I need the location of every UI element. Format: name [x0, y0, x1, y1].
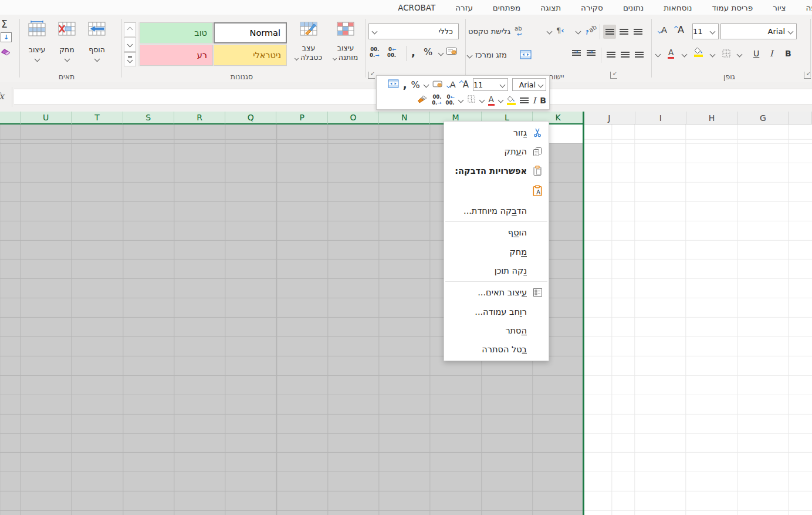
borders-button[interactable]	[722, 49, 731, 60]
column-header-N[interactable]: N	[379, 112, 430, 124]
top-align-button[interactable]	[631, 25, 644, 39]
orientation-icon[interactable]: ab↗	[583, 23, 598, 38]
column-header-S[interactable]: S	[123, 112, 174, 124]
fill-color-button[interactable]	[694, 47, 703, 57]
gallery-scroll-up-button[interactable]	[124, 22, 136, 36]
insert-cells-button[interactable]: הוסף	[82, 20, 112, 70]
mini-grow-font-button[interactable]: A	[460, 79, 469, 90]
grow-font-button[interactable]: A	[675, 24, 684, 35]
delete-cells-button[interactable]: מחק	[52, 20, 82, 70]
context-menu-item-format-cells[interactable]: עיצוב תאים...	[444, 283, 549, 302]
mini-increase-decimal-button[interactable]: ←0.00	[445, 95, 454, 106]
align-left-button[interactable]	[632, 48, 645, 62]
column-header-I[interactable]: I	[635, 112, 686, 124]
mini-font-size-combobox[interactable]: 11	[473, 78, 508, 91]
mini-merge-center-icon[interactable]	[388, 79, 399, 90]
chevron-down-icon[interactable]	[458, 97, 463, 103]
shrink-font-button[interactable]: A	[658, 25, 667, 35]
mini-borders-button[interactable]	[467, 95, 476, 106]
column-header-R[interactable]: R	[174, 112, 225, 124]
align-center-button[interactable]	[618, 48, 631, 62]
font-size-combobox[interactable]: 11	[692, 23, 719, 39]
chevron-down-icon[interactable]	[576, 29, 581, 35]
column-header-U[interactable]: U	[21, 112, 72, 124]
mini-italic-button[interactable]: I	[533, 96, 536, 105]
context-menu-item-unhide[interactable]: בטל הסתרה	[444, 340, 549, 359]
format-cells-button[interactable]: עיצוב	[22, 20, 52, 70]
tab-developer[interactable]: מפתחים	[483, 3, 530, 12]
context-menu-item-copy[interactable]: העתק	[444, 142, 549, 161]
context-menu-item-clear-contents[interactable]: נקה תוכן	[444, 261, 549, 280]
context-menu-item-insert[interactable]: הוסף	[444, 223, 549, 242]
tab-formulas[interactable]: נוסחאות	[654, 3, 702, 12]
chevron-down-icon[interactable]	[710, 52, 716, 58]
text-direction-icon[interactable]: ›¶	[556, 26, 564, 35]
decrease-decimal-button[interactable]: .00→.0	[370, 47, 379, 59]
chevron-down-icon[interactable]	[479, 97, 485, 103]
context-menu-item-paste-special[interactable]: הדבקה מיוחדת...	[444, 201, 549, 220]
chevron-down-icon[interactable]	[423, 82, 429, 87]
context-menu-item-delete[interactable]: מחק	[444, 242, 549, 261]
font-name-combobox[interactable]: Arial	[720, 23, 797, 39]
bold-button[interactable]: B	[785, 49, 791, 58]
chevron-down-icon[interactable]	[737, 52, 743, 58]
increase-decimal-button[interactable]: ←0.00	[387, 47, 396, 59]
column-header-Q[interactable]: Q	[225, 112, 276, 124]
column-header-G[interactable]: G	[737, 112, 789, 124]
tab-help[interactable]: עזרה	[445, 3, 483, 12]
worksheet-cells-area[interactable]	[584, 124, 812, 515]
column-header-J[interactable]: J	[584, 112, 635, 124]
chevron-down-icon[interactable]	[467, 53, 473, 59]
tab-review[interactable]: סקירה	[571, 3, 613, 12]
accounting-format-icon[interactable]	[446, 46, 458, 58]
column-header[interactable]	[0, 112, 21, 124]
mini-align-icon[interactable]	[520, 97, 529, 103]
conditional-formatting-button[interactable]: עיצוב מותנה	[329, 20, 362, 70]
percent-style-button[interactable]: %	[424, 46, 432, 58]
comma-style-button[interactable]: ,	[411, 47, 415, 58]
tab-data[interactable]: נתונים	[613, 3, 654, 12]
style-normal-swatch[interactable]: Normal	[214, 22, 287, 43]
wrap-text-icon[interactable]: ab↩	[515, 26, 522, 38]
merge-center-icon[interactable]	[520, 50, 532, 62]
middle-align-button[interactable]	[617, 25, 630, 39]
chevron-down-icon[interactable]	[655, 52, 661, 58]
fx-icon[interactable]: fx	[0, 91, 4, 102]
context-menu-item-paste-values[interactable]: A	[444, 180, 549, 201]
column-header-T[interactable]: T	[72, 112, 123, 124]
mini-bold-button[interactable]: B	[540, 96, 546, 105]
tab-view[interactable]: תצוגה	[530, 3, 571, 12]
mini-accounting-icon[interactable]	[432, 79, 443, 90]
mini-percent-button[interactable]: %	[411, 79, 420, 90]
mini-font-name-combobox[interactable]: Arial	[512, 78, 546, 91]
gallery-scroll-down-button[interactable]	[124, 37, 136, 51]
tab-insert[interactable]: הוספה	[796, 3, 812, 12]
tab-draw[interactable]: ציור	[763, 3, 796, 12]
style-good-swatch[interactable]: טוב	[140, 22, 213, 43]
chevron-down-icon[interactable]	[547, 29, 553, 35]
underline-button[interactable]: U	[753, 49, 759, 58]
column-header-O[interactable]: O	[328, 112, 379, 124]
alignment-dialog-launcher[interactable]: ↘	[610, 72, 617, 79]
eraser-clear-icon[interactable]	[1, 48, 11, 59]
merge-center-button[interactable]: מזג ומרכז	[475, 51, 519, 59]
number-format-combobox[interactable]: כללי	[368, 23, 459, 39]
mini-fill-color-button[interactable]	[507, 96, 516, 105]
style-bad-swatch[interactable]: רע	[140, 45, 213, 66]
chevron-down-icon[interactable]	[438, 51, 444, 56]
mini-comma-button[interactable]: ,	[403, 79, 407, 90]
chevron-down-icon[interactable]	[682, 52, 688, 58]
tab-page-layout[interactable]: פריסת עמוד	[702, 3, 763, 12]
style-neutral-swatch[interactable]: ניטראלי	[214, 45, 287, 66]
column-header[interactable]	[789, 112, 812, 124]
column-header-P[interactable]: P	[276, 112, 327, 124]
column-header-H[interactable]: H	[686, 112, 737, 124]
tab-acrobat[interactable]: ACROBAT	[388, 3, 445, 12]
context-menu-item-column-width[interactable]: רוחב עמודה...	[444, 302, 549, 321]
gallery-more-button[interactable]	[124, 52, 136, 66]
font-color-button[interactable]: A	[668, 48, 674, 59]
bottom-align-button[interactable]	[603, 25, 616, 39]
format-as-table-button[interactable]: עצב כטבלה	[289, 20, 328, 70]
mini-font-color-button[interactable]: A	[488, 95, 495, 106]
number-dialog-launcher[interactable]: ↘	[368, 72, 375, 79]
